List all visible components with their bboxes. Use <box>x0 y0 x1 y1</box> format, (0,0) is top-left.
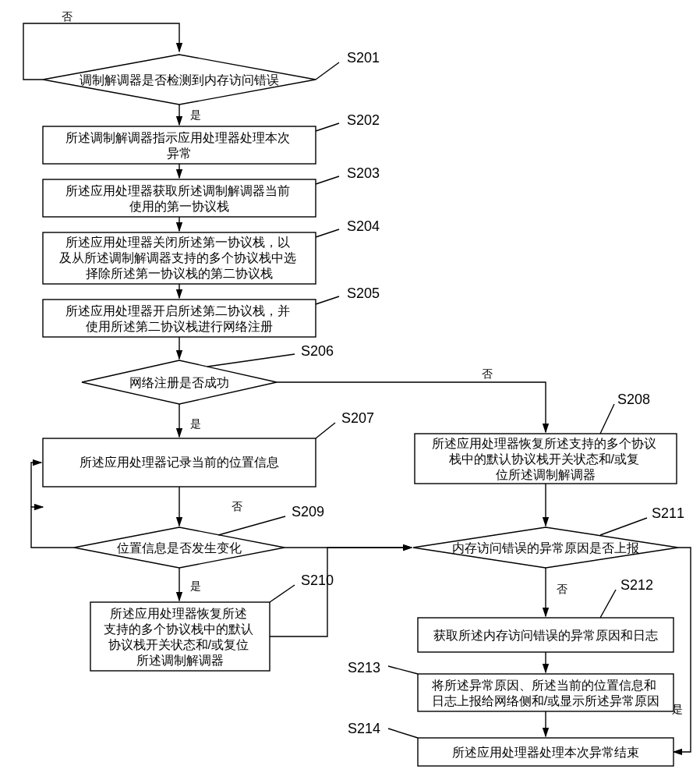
label-s201: S201 <box>347 50 380 66</box>
leader-s214 <box>388 729 418 738</box>
label-s208: S208 <box>617 392 650 407</box>
node-s204: 所述应用处理器关闭所述第一协议栈，以 及从所述调制解调器支持的多个协议栈中选 择… <box>43 232 316 284</box>
label-s213: S213 <box>348 660 380 675</box>
node-s201-text: 调制解调器是否检测到内存访问错误 <box>80 73 279 87</box>
node-s205: 所述应用处理器开启所述第二协议栈，并 使用所述第二协议栈进行网络注册 <box>43 300 316 337</box>
node-s214-text: 所述应用处理器处理本次异常结束 <box>452 746 639 759</box>
leader-s203 <box>316 176 339 184</box>
edge-s211-no-label: 否 <box>557 583 567 595</box>
leader-s201 <box>316 62 339 80</box>
node-s212: 获取所述内存访问错误的异常原因和日志 <box>418 618 673 652</box>
leader-s212 <box>600 590 616 618</box>
label-s211: S211 <box>652 505 684 521</box>
node-s209-text: 位置信息是否发生变化 <box>117 541 242 555</box>
edge-s206-no-label: 否 <box>482 367 493 380</box>
leader-s210 <box>270 585 295 602</box>
label-s207: S207 <box>341 410 374 426</box>
edge-s209-no-loop <box>31 507 74 548</box>
node-s211-text: 内存访问错误的异常原因是否上报 <box>452 541 639 555</box>
node-s209: 位置信息是否发生变化 <box>74 527 285 568</box>
edge-s211-yes <box>673 548 691 752</box>
node-s214: 所述应用处理器处理本次异常结束 <box>418 738 673 766</box>
edge-s209-no-label: 否 <box>232 500 242 512</box>
edge-s206-yes-label: 是 <box>190 417 201 430</box>
node-s210: 所述应用处理器恢复所述 支持的多个协议栈中的默认 协议栈开关状态和/或复位 所述… <box>90 602 270 671</box>
node-s213: 将所述异常原因、所述当前的位置信息和 日志上报给网络侧和/或显示所述异常原因 <box>418 674 673 711</box>
flowchart-canvas: 调制解调器是否检测到内存访问错误 S201 否 是 所述调制解调器指示应用处理器… <box>0 0 700 780</box>
label-s204: S204 <box>347 218 380 234</box>
leader-s207 <box>316 423 335 438</box>
edge-s209-yes-label: 是 <box>190 580 201 592</box>
node-s202: 所述调制解调器指示应用处理器处理本次 异常 <box>43 126 316 164</box>
label-s202: S202 <box>347 112 380 128</box>
label-s214: S214 <box>348 721 380 736</box>
label-s212: S212 <box>620 577 653 593</box>
label-s205: S205 <box>347 285 380 301</box>
label-s203: S203 <box>347 165 380 181</box>
node-s206-text: 网络注册是否成功 <box>129 376 229 389</box>
edge-s206-no <box>277 382 546 432</box>
label-s210: S210 <box>301 573 334 588</box>
leader-s204 <box>316 229 339 237</box>
leader-s213 <box>388 666 418 674</box>
leader-s206 <box>207 354 295 367</box>
node-s207-text: 所述应用处理器记录当前的位置信息 <box>80 456 279 469</box>
node-s204-text: 所述应用处理器关闭所述第一协议栈，以 及从所述调制解调器支持的多个协议栈中选 择… <box>59 236 299 280</box>
leader-s202 <box>316 123 339 131</box>
node-s208: 所述应用处理器恢复所述支持的多个协议 栈中的默认协议栈开关状态和/或复 位所述调… <box>415 434 677 484</box>
leader-s205 <box>316 296 339 304</box>
leader-s208 <box>600 404 614 434</box>
leader-s209 <box>218 516 285 535</box>
edge-s209-no-loop2 <box>31 463 41 507</box>
node-s212-text: 获取所述内存访问错误的异常原因和日志 <box>433 629 658 642</box>
node-s211: 内存访问错误的异常原因是否上报 <box>413 527 678 568</box>
node-s207: 所述应用处理器记录当前的位置信息 <box>43 438 316 487</box>
label-s209: S209 <box>292 504 324 519</box>
edge-s210-s211 <box>270 548 412 636</box>
edge-s201-yes-label: 是 <box>190 108 201 121</box>
node-s201: 调制解调器是否检测到内存访问错误 <box>43 55 316 105</box>
node-s206: 网络注册是否成功 <box>82 360 277 404</box>
leader-s211 <box>600 518 647 535</box>
node-s203: 所述应用处理器获取所述调制解调器当前 使用的第一协议栈 <box>43 179 316 217</box>
label-s206: S206 <box>301 343 334 359</box>
edge-s201-no-label: 否 <box>62 10 72 23</box>
